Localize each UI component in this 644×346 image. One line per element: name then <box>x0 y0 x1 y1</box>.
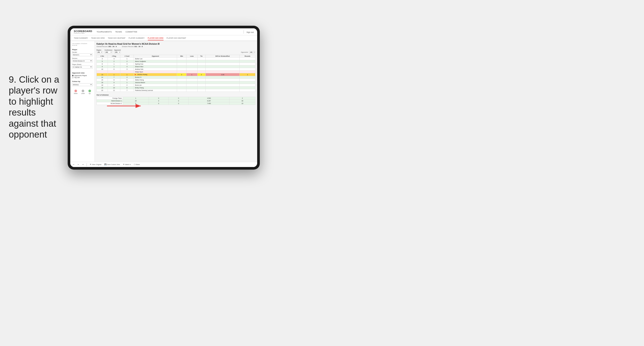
cell-reg <box>108 71 120 73</box>
out-div-row[interactable]: NAIA Division 1 15 0 0 9.267 30 <box>97 100 256 102</box>
table-row[interactable]: 9 1 4 Sharon Mun <box>97 65 256 68</box>
nav-committee[interactable]: COMMITTEE <box>126 30 137 34</box>
toolbar-redo[interactable]: ↪ <box>77 163 80 166</box>
out-div-row[interactable]: Foreign Team 1 0 0 4.500 2 <box>97 97 256 100</box>
nav-teams[interactable]: TEAMS <box>115 30 122 34</box>
right-panel: Katelyn Vo Head-to-Head Grid for Women's… <box>95 41 257 162</box>
table-row[interactable]: 16 9 1 Jessica Mason <box>97 81 256 84</box>
toolbar-watch[interactable]: 👁 Watch ▾ <box>122 163 132 166</box>
player-rank-select[interactable]: 8. Katelyn Vo <box>72 66 93 68</box>
cell-opponent: Sharon Mun <box>134 65 177 68</box>
cell-tie <box>197 87 206 89</box>
main-content: Last Updated: 27/03/2024 16:55:28 Player… <box>70 41 257 162</box>
cell-tie <box>197 81 206 84</box>
toolbar-save-custom[interactable]: 💾 Save Custom View <box>104 163 121 166</box>
subnav-team-h2h-heatmap[interactable]: TEAM H2H HEATMAP <box>108 36 126 40</box>
cell-div: 15 <box>97 79 108 81</box>
cell-rounds <box>240 68 256 71</box>
cell-div: 16 <box>97 81 108 84</box>
cell-diff <box>206 60 240 63</box>
radio-opponents-played[interactable]: Opponents Played <box>72 75 93 76</box>
cell-div: 6 <box>97 63 108 65</box>
nav-logo: SCOREBOARD Powered by clippd <box>74 30 92 34</box>
table-row[interactable]: 15 8 5 Stella Cheng <box>97 79 256 81</box>
gender-label: Gender <box>72 51 93 53</box>
out-div-name: NAIA Division 1 <box>97 100 123 102</box>
cell-tie <box>197 60 206 63</box>
toolbar-share[interactable]: ⬡ Share <box>133 163 141 166</box>
cell-conf: 1 <box>120 81 134 84</box>
sign-out-link[interactable]: Sign out <box>246 30 254 34</box>
cell-opponent: Andrea York <box>134 68 177 71</box>
cell-rounds <box>240 60 256 63</box>
filter-conference-select[interactable]: (All) <box>104 51 112 53</box>
table-row[interactable]: 5 2 2 Alexis Sudjianto <box>97 60 256 63</box>
cell-conf: 5 <box>120 79 134 81</box>
table-row[interactable]: 18 2 2 Euna Lee <box>97 84 256 87</box>
cell-conf: 4 <box>120 76 134 79</box>
toolbar-view-original[interactable]: 👁 View: Original <box>89 163 102 166</box>
cell-rounds <box>240 79 256 81</box>
eye-icon: 👁 <box>90 164 92 166</box>
legend-up-dot <box>88 90 91 92</box>
cell-loss <box>186 84 198 87</box>
cell-conf: 6 <box>120 87 134 89</box>
cell-diff <box>206 68 240 71</box>
table-row[interactable]: 3 3 1 Esther Lee <box>97 58 256 60</box>
cell-div: 5 <box>97 60 108 63</box>
radio-top100[interactable]: Top 100 <box>72 77 93 78</box>
filter-region-select[interactable]: (All) <box>96 51 103 53</box>
cell-opponent: Eunice Yi <box>134 76 177 79</box>
cell-reg: 1 <box>108 65 120 68</box>
toolbar-forward[interactable]: ⇥ <box>81 163 84 166</box>
nav-right: | Sign out <box>243 30 254 34</box>
cell-reg: 9 <box>108 81 120 84</box>
cell-conf: 3 <box>120 63 134 65</box>
subnav-player-h2h-heatmap[interactable]: PLAYER H2H HEATMAP <box>166 36 186 40</box>
gender-select[interactable]: Women's <box>72 53 93 56</box>
nav-links: TOURNAMENTS TEAMS COMMITTEE <box>96 30 243 34</box>
cell-loss <box>186 68 198 71</box>
subnav-team-summary[interactable]: TEAM SUMMARY <box>74 36 88 40</box>
out-div-col5: 30 <box>230 100 256 102</box>
h2h-table: # Div # Reg # Conf Opponent Win Loss Tie… <box>96 55 256 92</box>
th-loss: Loss <box>186 55 198 58</box>
cell-rounds <box>240 89 256 92</box>
cell-loss <box>186 71 198 73</box>
table-row[interactable]: 14 7 4 Eunice Yi <box>97 76 256 79</box>
toolbar-undo[interactable]: ↩ <box>72 163 75 166</box>
out-div-col1: 1 <box>123 97 149 100</box>
cell-win <box>177 58 186 60</box>
cell-opponent: Euna Lee <box>134 84 177 87</box>
out-div-col3: 0 <box>168 102 188 105</box>
cell-rounds <box>240 65 256 68</box>
legend-up-label: Up <box>89 93 90 94</box>
subnav-player-summary[interactable]: PLAYER SUMMARY <box>128 36 145 40</box>
tablet-screen: SCOREBOARD Powered by clippd TOURNAMENTS… <box>70 28 257 167</box>
colour-by-select[interactable]: Win/loss <box>72 83 93 86</box>
logo-sub: Powered by clippd <box>74 32 92 34</box>
table-row[interactable]: Heejo Hyun <box>97 71 256 73</box>
table-row[interactable]: 10 6 3 Andrea York <box>97 68 256 71</box>
table-row[interactable]: 13 1 1 ▶ Jessica Huang 0 1 0 -3.00 2 <box>97 73 256 76</box>
subnav-team-h2h-grid[interactable]: TEAM H2H GRID <box>91 36 105 40</box>
cell-diff <box>206 63 240 65</box>
cell-opponent: Jessica Mason <box>134 81 177 84</box>
filter-opponents-select[interactable]: (All) <box>249 51 256 53</box>
radio-opponents-label: Opponents Played <box>74 75 87 76</box>
subnav-player-h2h-grid[interactable]: PLAYER H2H GRID <box>148 36 164 40</box>
cell-opponent: Heejo Hyun <box>134 71 177 73</box>
cell-div <box>97 71 108 73</box>
cell-reg: 10 <box>108 87 120 89</box>
out-div-col4: 9.267 <box>188 100 229 102</box>
table-row[interactable]: 20 11 7 Federica Domecq Lacroze <box>97 89 256 92</box>
table-row[interactable]: 6 1 3 Sydney Kuo <box>97 63 256 65</box>
cell-tie <box>197 79 206 81</box>
table-row[interactable]: 19 10 6 Emily Chang <box>97 87 256 89</box>
cell-diff <box>206 76 240 79</box>
nav-tournaments[interactable]: TOURNAMENTS <box>96 30 112 34</box>
cell-win <box>177 79 186 81</box>
filter-opponent-select[interactable]: (All) <box>114 51 121 53</box>
cell-tie <box>197 65 206 68</box>
division-select[interactable]: NCAA Division III <box>72 59 93 62</box>
